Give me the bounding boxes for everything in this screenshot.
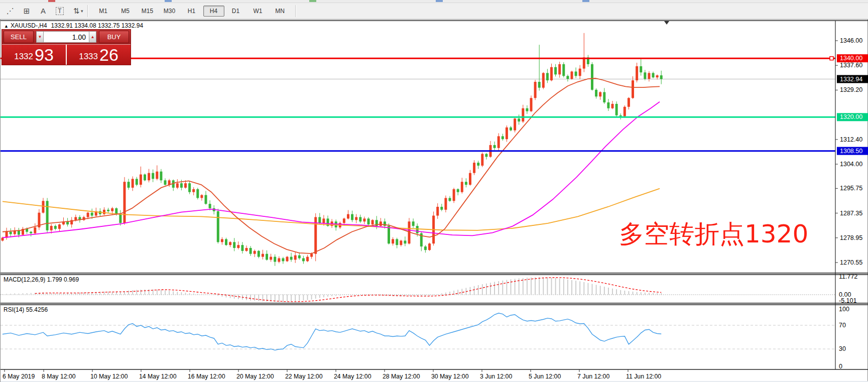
volume-stepper: ▼ 1.00 ▲	[36, 31, 96, 43]
volume-input[interactable]: 1.00	[44, 31, 89, 43]
price-badge-label: 1332.94	[840, 76, 862, 83]
time-tick-label: 16 May 12:00	[188, 373, 225, 380]
toolbar-separator	[295, 5, 296, 17]
sell-button[interactable]: SELL	[4, 31, 34, 43]
timeframe-button-H4[interactable]: H4	[203, 6, 224, 17]
macd-scale-label: -5.101	[839, 297, 856, 304]
price-tick-label: 1295.75	[840, 185, 862, 192]
time-tick-label: 30 May 12:00	[431, 373, 469, 380]
line-handle[interactable]	[830, 57, 833, 60]
buy-price-big: 26	[99, 46, 118, 63]
price-tick-label: 1346.00	[840, 37, 862, 44]
rsi-scale-label: 70	[839, 322, 846, 329]
chart-title: ▲XAUUSD-,H41332.91 1334.08 1332.75 1332.…	[4, 22, 143, 29]
time-tick-label: 6 May 2019	[3, 373, 35, 380]
price-badge-label: 1340.00	[840, 55, 862, 62]
drawing-and-timeframe-toolbar: ⋰⊞AT⇅▾M1M5M15M30H1H4D1W1MN	[0, 3, 868, 19]
ohlc-values: 1332.91 1334.08 1332.75 1332.94	[51, 22, 144, 29]
fibonacci-icon[interactable]: ⊞	[20, 5, 33, 17]
price-tick-label: 1287.35	[840, 210, 862, 217]
timeframe-button-M5[interactable]: M5	[115, 6, 136, 17]
dropdown-caret-icon[interactable]: ▾	[81, 9, 83, 14]
timeframe-button-M15[interactable]: M15	[137, 6, 158, 17]
time-tick-label: 24 May 12:00	[334, 373, 371, 380]
sliver-fragment	[165, 0, 172, 2]
volume-decrease-button[interactable]: ▼	[36, 31, 44, 43]
rsi-indicator-label: RSI(14) 55.4256	[4, 306, 48, 313]
mid-ma-line	[3, 102, 660, 238]
rsi-line	[3, 313, 661, 350]
timeframe-button-M1[interactable]: M1	[93, 6, 114, 17]
timeframe-button-M30[interactable]: M30	[159, 6, 180, 17]
time-axis[interactable]: 6 May 20198 May 12:0010 May 12:0014 May …	[3, 369, 661, 380]
time-tick-label: 11 Jun 12:00	[626, 373, 661, 380]
text-box-icon[interactable]: T	[53, 5, 66, 17]
timeframe-button-D1[interactable]: D1	[225, 6, 246, 17]
sell-price-small: 1332	[14, 50, 33, 63]
price-badge-label: 1308.50	[840, 148, 862, 155]
sell-price-display[interactable]: 1332 93	[2, 45, 66, 65]
rsi-scale-label: 100	[839, 306, 849, 313]
time-tick-label: 20 May 12:00	[236, 373, 274, 380]
price-tick-label: 1337.60	[840, 62, 862, 69]
price-tick-label: 1304.00	[840, 161, 862, 168]
symbol-timeframe-label: XAUUSD-,H4	[11, 22, 47, 29]
fast-ma-line	[3, 78, 660, 253]
macd-panel[interactable]	[1, 277, 835, 302]
time-tick-label: 8 May 12:00	[42, 373, 76, 380]
rsi-scale-label: 0	[839, 363, 842, 370]
time-tick-label: 22 May 12:00	[285, 373, 323, 380]
timeframe-button-H1[interactable]: H1	[181, 6, 202, 17]
sliver-fragment	[582, 0, 589, 2]
rsi-scale-label: 30	[839, 345, 846, 352]
timeframe-button-MN[interactable]: MN	[270, 6, 291, 17]
collapse-triangle-icon[interactable]: ▲	[4, 24, 9, 29]
sliver-fragment	[309, 0, 316, 2]
sliver-fragment	[436, 0, 443, 2]
chart-text-annotation[interactable]: 多空转折点1320	[619, 217, 808, 251]
price-axis[interactable]: 1346.001337.601329.201312.401304.001295.…	[835, 37, 868, 370]
sliver-fragment	[48, 0, 55, 2]
macd-histogram	[3, 277, 661, 302]
rsi-panel[interactable]	[1, 313, 835, 350]
chart-shift-marker-icon[interactable]	[664, 21, 669, 25]
text-label-icon[interactable]: A	[37, 5, 50, 17]
price-badge-label: 1320.00	[840, 113, 862, 120]
time-tick-label: 28 May 12:00	[383, 373, 420, 380]
buy-price-small: 1333	[79, 50, 98, 63]
chart-canvas[interactable]: 1346.001337.601329.201312.401304.001295.…	[1, 20, 868, 382]
time-tick-label: 10 May 12:00	[90, 373, 128, 380]
time-tick-label: 14 May 12:00	[139, 373, 177, 380]
price-tick-label: 1278.95	[840, 234, 862, 241]
price-tick-label: 1270.55	[840, 259, 862, 266]
time-tick-label: 3 Jun 12:00	[480, 373, 512, 380]
price-tick-label: 1312.40	[840, 136, 862, 143]
buy-button[interactable]: BUY	[99, 31, 129, 43]
macd-scale-label: 11.772	[839, 273, 857, 280]
elliott-channel-icon[interactable]: ⋰	[4, 5, 17, 17]
price-tick-label: 1329.20	[840, 86, 862, 93]
volume-increase-button[interactable]: ▲	[89, 31, 96, 43]
one-click-trading-panel: SELL ▼ 1.00 ▲ BUY 1332 93 1333 26	[2, 29, 131, 65]
toolbar-separator	[87, 5, 88, 17]
buy-price-display[interactable]: 1333 26	[67, 45, 131, 65]
chart-window[interactable]: 1346.001337.601329.201312.401304.001295.…	[0, 19, 868, 382]
timeframe-button-W1[interactable]: W1	[247, 6, 269, 17]
time-tick-label: 5 Jun 12:00	[529, 373, 561, 380]
time-tick-label: 7 Jun 12:00	[577, 373, 609, 380]
sell-price-big: 93	[35, 46, 54, 63]
macd-indicator-label: MACD(12,26,9) 1.799 0.969	[4, 276, 79, 283]
candles-group	[2, 33, 663, 266]
top-toolbar: ⋰⊞AT⇅▾M1M5M15M30H1H4D1W1MN	[0, 0, 868, 20]
